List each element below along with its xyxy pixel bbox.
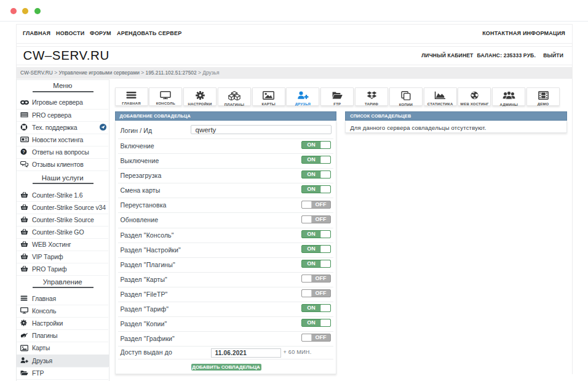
svg-text:?: ? [22, 149, 25, 154]
